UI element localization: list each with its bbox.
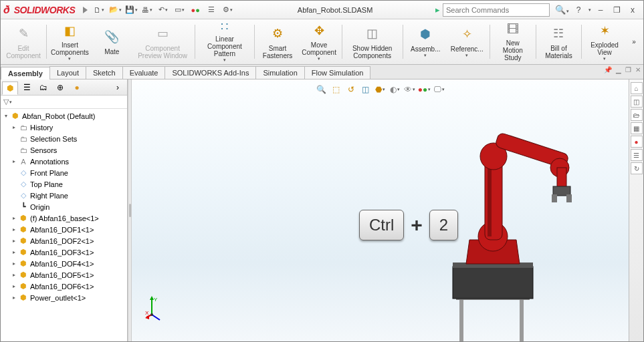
dimxpert-manager-tab[interactable]: ⊕ (52, 81, 68, 94)
restore-button[interactable]: ❐ (610, 5, 623, 15)
smart-fasteners-button[interactable]: ⚙ Smart Fasteners (257, 21, 298, 63)
tree-item[interactable]: 🗀Selection Sets (1, 133, 127, 144)
tab-assembly[interactable]: Assembly (1, 67, 50, 79)
hide-show-icon[interactable]: 👁▾ (404, 83, 416, 96)
pin-icon[interactable]: 📌 (604, 66, 612, 73)
view-orientation-icon[interactable]: ⬣▾ (374, 83, 387, 96)
expand-icon[interactable]: ▸ (10, 226, 17, 233)
component-preview-button[interactable]: ▭ Component Preview Window (133, 21, 192, 63)
expand-icon[interactable] (10, 180, 17, 188)
tab-simulation[interactable]: Simulation (255, 66, 304, 79)
tab-addins[interactable]: SOLIDWORKS Add-Ins (165, 66, 256, 79)
orientation-triad[interactable]: Y X (145, 295, 172, 321)
mate-button[interactable]: 📎 Mate (92, 21, 132, 63)
reference-geometry-button[interactable]: ✧ Referenc...▾ (447, 21, 487, 63)
search-icon[interactable]: 🔍▾ (555, 5, 569, 15)
search-toggle-icon[interactable]: ▸ (435, 5, 440, 15)
tp-view-palette-icon[interactable]: ▦ (631, 122, 643, 134)
graphics-viewport[interactable]: 🔍 ⬚ ↺ ◫ ⬣▾ ◐▾ 👁▾ ●●▾ 🖵▾ (132, 79, 629, 341)
tab-sketch[interactable]: Sketch (86, 66, 123, 79)
tree-item[interactable]: ▸⬢(f) Abfan16_base<1> (1, 212, 127, 224)
search-commands-box[interactable] (443, 3, 550, 17)
expand-icon[interactable]: ▸ (10, 294, 17, 301)
show-hidden-button[interactable]: ◫ Show Hidden Components (345, 21, 400, 63)
tp-forum-icon[interactable]: ↻ (631, 162, 643, 174)
close-button[interactable]: x (626, 5, 639, 15)
select-button[interactable]: ▭▾ (172, 3, 187, 17)
display-manager-tab[interactable]: ● (69, 81, 85, 94)
rebuild-button[interactable]: ●● (188, 3, 203, 17)
ribbon-overflow-icon[interactable]: » (627, 21, 641, 63)
insert-components-button[interactable]: ◧ Insert Components▾ (49, 21, 91, 63)
tree-item[interactable]: ▸⬢Power_outlet<1> (1, 292, 127, 303)
tree-item[interactable]: 🗀Sensors (1, 144, 127, 156)
section-view-icon[interactable]: ◫ (360, 83, 372, 96)
property-manager-tab[interactable]: ☰ (19, 81, 35, 94)
collapse-icon[interactable]: ▾ (2, 112, 9, 120)
expand-icon[interactable]: ▸ (10, 271, 17, 279)
doc-close-icon[interactable]: ✕ (635, 66, 641, 73)
tp-custom-props-icon[interactable]: ☰ (631, 149, 643, 161)
tp-resources-icon[interactable]: ◫ (631, 96, 643, 108)
edit-component-button[interactable]: ✎ Edit Component (3, 21, 43, 63)
previous-view-icon[interactable]: ↺ (345, 83, 357, 96)
tp-home-icon[interactable]: ⌂ (631, 82, 643, 94)
expand-icon[interactable] (10, 203, 17, 210)
flyout-icon[interactable] (83, 7, 88, 13)
tree-item[interactable]: ▸🗀History (1, 122, 127, 133)
apply-scene-icon[interactable]: 🖵▾ (433, 83, 445, 96)
expand-icon[interactable]: ▸ (10, 237, 17, 244)
tab-evaluate[interactable]: Evaluate (122, 66, 166, 79)
panel-expand-icon[interactable]: › (110, 81, 126, 94)
open-doc-button[interactable]: 📂▾ (108, 3, 122, 17)
tree-item[interactable]: ◇Top Plane (1, 178, 127, 190)
print-button[interactable]: 🖶▾ (140, 3, 154, 17)
expand-icon[interactable]: ▸ (10, 214, 17, 222)
expand-icon[interactable] (10, 169, 17, 176)
configuration-manager-tab[interactable]: 🗂 (35, 81, 51, 94)
tab-flow-simulation[interactable]: Flow Simulation (304, 66, 371, 79)
expand-icon[interactable]: ▸ (10, 158, 17, 165)
edit-appearance-icon[interactable]: ●●▾ (419, 83, 431, 96)
tp-appearances-icon[interactable]: ● (631, 136, 643, 148)
tree-root[interactable]: ▾ ⬢ Abfan_Robot (Default) (1, 110, 127, 122)
tree-item[interactable]: ▸AAnnotations (1, 156, 127, 167)
search-input[interactable] (443, 6, 549, 14)
display-style-icon[interactable]: ◐▾ (389, 83, 401, 96)
tree-item[interactable]: ◇Right Plane (1, 190, 127, 201)
settings-button[interactable]: ⚙▾ (220, 3, 235, 17)
expand-icon[interactable] (10, 135, 17, 142)
assembly-features-button[interactable]: ⬢ Assemb...▾ (405, 21, 445, 63)
help-button[interactable]: ? (572, 5, 585, 15)
expand-icon[interactable]: ▸ (10, 124, 17, 131)
expand-icon[interactable]: ▸ (10, 283, 17, 290)
options-button[interactable]: ☰ (204, 3, 219, 17)
expand-icon[interactable]: ▸ (10, 248, 17, 256)
zoom-area-icon[interactable]: ⬚ (330, 83, 342, 96)
tree-item[interactable]: ◇Front Plane (1, 167, 127, 178)
move-component-button[interactable]: ✥ Move Component▾ (299, 21, 339, 63)
doc-min-icon[interactable]: ▁ (616, 66, 621, 73)
tree-item[interactable]: ▸⬢Abfan16_DOF1<1> (1, 224, 127, 235)
tree-item[interactable]: ▸⬢Abfan16_DOF5<1> (1, 269, 127, 281)
linear-pattern-button[interactable]: ∷ Linear Component Pattern▾ (197, 21, 251, 63)
tree-item[interactable]: ▸⬢Abfan16_DOF3<1> (1, 246, 127, 258)
exploded-view-button[interactable]: ✶ Exploded View▾ (584, 21, 625, 63)
minimize-button[interactable]: – (594, 5, 607, 15)
expand-icon[interactable] (10, 192, 17, 199)
zoom-fit-icon[interactable]: 🔍 (316, 83, 328, 96)
new-motion-study-button[interactable]: 🎞 New Motion Study (493, 21, 533, 63)
feature-manager-tab[interactable]: ⬢ (2, 81, 18, 95)
expand-icon[interactable] (10, 146, 17, 154)
new-doc-button[interactable]: 🗋▾ (92, 3, 106, 17)
save-button[interactable]: 💾▾ (124, 3, 138, 17)
tab-layout[interactable]: Layout (49, 66, 86, 79)
tree-item[interactable]: ▸⬢Abfan16_DOF6<1> (1, 281, 127, 292)
feature-tree[interactable]: ▾ ⬢ Abfan_Robot (Default) ▸🗀History🗀Sele… (1, 109, 127, 341)
doc-restore-icon[interactable]: ❐ (625, 66, 631, 73)
tree-item[interactable]: ▸⬢Abfan16_DOF4<1> (1, 258, 127, 269)
expand-icon[interactable]: ▸ (10, 260, 17, 267)
tree-item[interactable]: ▸⬢Abfan16_DOF2<1> (1, 235, 127, 246)
undo-button[interactable]: ↶▾ (156, 3, 171, 17)
tree-filter-bar[interactable]: ▽▾ (1, 96, 127, 109)
